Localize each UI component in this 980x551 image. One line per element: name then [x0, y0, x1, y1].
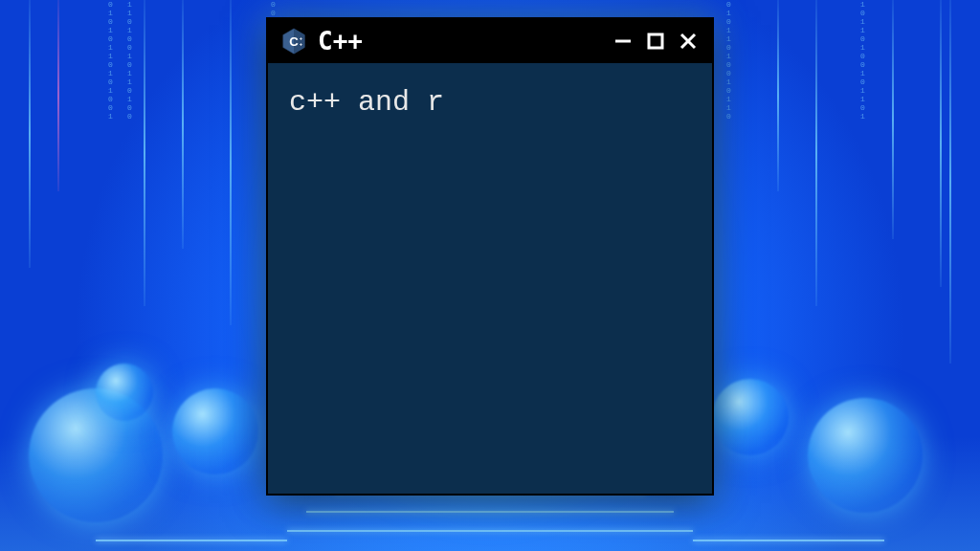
bg-decoration: [57, 0, 59, 191]
bg-decoration: [892, 0, 894, 239]
bg-decoration: [96, 364, 153, 421]
terminal-content[interactable]: c++ and r: [268, 63, 712, 142]
bg-decoration: [182, 0, 184, 249]
terminal-window: C + + C++ c++ and r: [266, 17, 714, 496]
svg-rect-6: [649, 34, 662, 48]
svg-text:C: C: [289, 34, 299, 49]
bg-decoration: [815, 0, 817, 306]
close-button[interactable]: [676, 29, 701, 54]
bg-decoration: [777, 0, 779, 191]
window-controls: [611, 29, 701, 54]
bg-decoration: 11010010110100: [124, 0, 132, 364]
bg-decoration: 10110100101101: [858, 0, 865, 364]
window-titlebar[interactable]: C + + C++: [268, 19, 712, 63]
bg-decoration: [949, 0, 951, 364]
cpp-logo-icon: C + +: [279, 27, 308, 55]
bg-decoration: [230, 0, 232, 325]
bg-decoration: 01010110101001: [105, 0, 113, 364]
bg-decoration: [940, 0, 942, 287]
bg-decoration: [144, 0, 145, 306]
bg-decoration: [29, 0, 31, 268]
maximize-button[interactable]: [643, 29, 668, 54]
window-title: C++: [318, 27, 601, 55]
terminal-text: c++ and r: [289, 86, 444, 119]
minimize-button[interactable]: [611, 29, 635, 54]
